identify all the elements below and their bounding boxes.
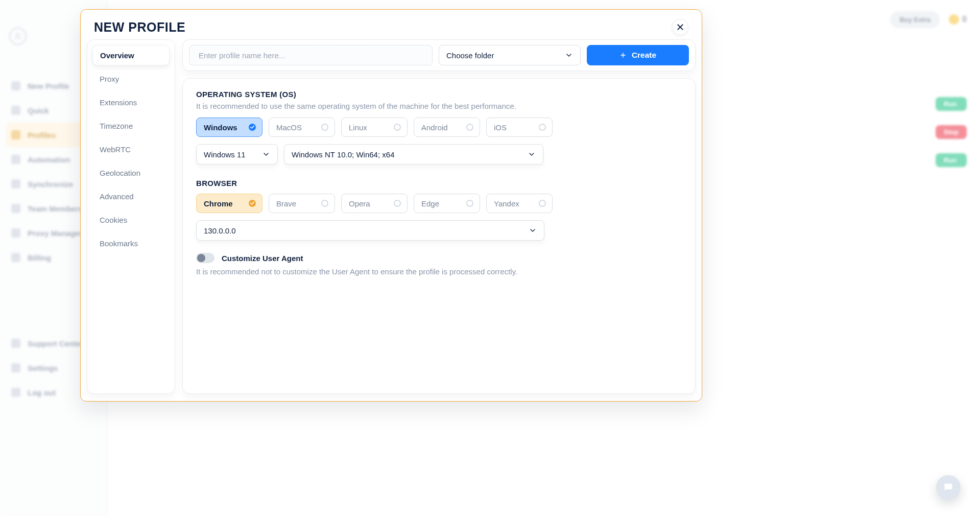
sidebar-item-label: Team Members <box>28 204 83 213</box>
browser-option-label: Edge <box>421 199 439 208</box>
sidebar-item-label: Support Center <box>28 339 83 348</box>
close-icon <box>676 23 684 31</box>
os-version-select[interactable]: Windows 11 <box>196 144 278 165</box>
radio-icon <box>466 200 473 207</box>
os-option-android[interactable]: Android <box>414 118 480 137</box>
sidebar-item-label: Synchronize <box>28 180 73 189</box>
tab-geolocation[interactable]: Geolocation <box>92 162 170 183</box>
os-option-macos[interactable]: MacOS <box>269 118 335 137</box>
sidebar-item-label: Automation <box>28 155 70 164</box>
os-option-label: Windows <box>204 123 237 132</box>
radio-icon <box>321 200 328 207</box>
chevron-down-icon <box>529 226 537 234</box>
side-item-label: Geolocation <box>100 169 140 177</box>
check-icon <box>249 124 256 131</box>
stop-button[interactable]: Stop <box>936 125 967 139</box>
tab-proxy[interactable]: Proxy <box>92 68 170 89</box>
os-section-subtitle: It is recommended to use the same operat… <box>196 102 682 110</box>
sidebar-item-label: Proxy Manager <box>28 229 83 238</box>
browser-version-value: 130.0.0.0 <box>204 226 236 235</box>
sidebar-item-label: Settings <box>28 364 58 372</box>
radio-icon <box>539 200 546 207</box>
customize-ua-subtitle: It is recommended not to customize the U… <box>196 267 682 276</box>
new-profile-modal: NEW PROFILE Overview Proxy Extensions Ti… <box>80 9 702 402</box>
modal-title: NEW PROFILE <box>94 20 185 35</box>
overview-content: OPERATING SYSTEM (OS) It is recommended … <box>182 78 696 394</box>
chat-button[interactable] <box>936 475 961 500</box>
os-option-label: iOS <box>494 123 507 132</box>
check-icon <box>249 200 256 207</box>
os-option-label: Linux <box>349 123 367 132</box>
browser-version-select[interactable]: 130.0.0.0 <box>196 220 544 241</box>
side-item-label: Advanced <box>100 192 134 201</box>
coin-balance: 0 <box>949 14 967 25</box>
browser-option-label: Opera <box>349 199 370 208</box>
tab-overview[interactable]: Overview <box>92 45 170 65</box>
os-version-value: Windows 11 <box>204 150 246 159</box>
os-ua-value: Windows NT 10.0; Win64; x64 <box>292 150 394 159</box>
browser-option-yandex[interactable]: Yandex <box>486 194 553 213</box>
os-option-label: MacOS <box>276 123 302 132</box>
tab-extensions[interactable]: Extensions <box>92 92 170 112</box>
sidebar-item-label: Log out <box>28 388 56 397</box>
sidebar-item-label: New Profile <box>28 82 69 90</box>
create-button-label: Create <box>632 51 656 60</box>
browser-option-chrome[interactable]: Chrome <box>196 194 262 213</box>
browser-option-edge[interactable]: Edge <box>414 194 480 213</box>
browser-section-title: BROWSER <box>196 179 682 187</box>
sidebar-item-label: Billing <box>28 253 51 262</box>
avatar <box>9 28 27 45</box>
close-button[interactable] <box>672 19 688 35</box>
os-option-ios[interactable]: iOS <box>486 118 553 137</box>
tab-webrtc[interactable]: WebRTC <box>92 139 170 159</box>
customize-ua-toggle[interactable] <box>196 253 214 263</box>
side-item-label: Bookmarks <box>100 239 138 248</box>
radio-icon <box>321 124 328 131</box>
browser-options: Chrome Brave Opera Edge <box>196 194 682 213</box>
customize-ua-label: Customize User Agent <box>222 254 303 263</box>
run-button[interactable]: Run <box>936 153 967 167</box>
os-ua-select[interactable]: Windows NT 10.0; Win64; x64 <box>284 144 543 165</box>
side-item-label: Overview <box>100 51 134 60</box>
svg-point-0 <box>16 33 19 36</box>
side-item-label: Proxy <box>100 75 119 83</box>
radio-icon <box>394 200 401 207</box>
side-item-label: Cookies <box>100 216 127 224</box>
buy-extra-button[interactable]: Buy Extra <box>890 11 940 28</box>
browser-option-label: Chrome <box>204 199 233 208</box>
modal-side-nav: Overview Proxy Extensions Timezone WebRT… <box>87 39 175 394</box>
folder-select[interactable]: Choose folder <box>439 45 581 65</box>
sidebar-item-label: Profiles <box>28 131 56 139</box>
os-option-linux[interactable]: Linux <box>341 118 408 137</box>
side-item-label: Extensions <box>100 98 137 107</box>
profile-name-input-wrapper <box>189 45 433 65</box>
browser-option-label: Yandex <box>494 199 519 208</box>
radio-icon <box>466 124 473 131</box>
chevron-down-icon <box>565 51 573 59</box>
chevron-down-icon <box>262 150 270 158</box>
profile-name-input[interactable] <box>198 51 424 60</box>
run-button[interactable]: Run <box>936 97 967 111</box>
tab-timezone[interactable]: Timezone <box>92 115 170 136</box>
browser-option-opera[interactable]: Opera <box>341 194 408 213</box>
toggle-knob <box>197 254 205 262</box>
browser-option-label: Brave <box>276 199 296 208</box>
tab-bookmarks[interactable]: Bookmarks <box>92 233 170 253</box>
browser-option-brave[interactable]: Brave <box>269 194 335 213</box>
chevron-down-icon <box>528 150 536 158</box>
os-options: Windows MacOS Linux Android <box>196 118 682 137</box>
os-option-windows[interactable]: Windows <box>196 118 262 137</box>
radio-icon <box>539 124 546 131</box>
plus-icon <box>619 52 627 59</box>
sidebar-item-label: Quick <box>28 106 49 115</box>
os-option-label: Android <box>421 123 448 132</box>
tab-cookies[interactable]: Cookies <box>92 209 170 230</box>
chat-icon <box>943 482 954 493</box>
create-button[interactable]: Create <box>587 45 689 65</box>
tab-advanced[interactable]: Advanced <box>92 186 170 206</box>
folder-select-label: Choose folder <box>446 51 494 60</box>
side-item-label: Timezone <box>100 122 133 130</box>
side-item-label: WebRTC <box>100 145 131 154</box>
coin-icon <box>949 14 959 25</box>
top-input-row: Choose folder Create <box>182 39 696 71</box>
